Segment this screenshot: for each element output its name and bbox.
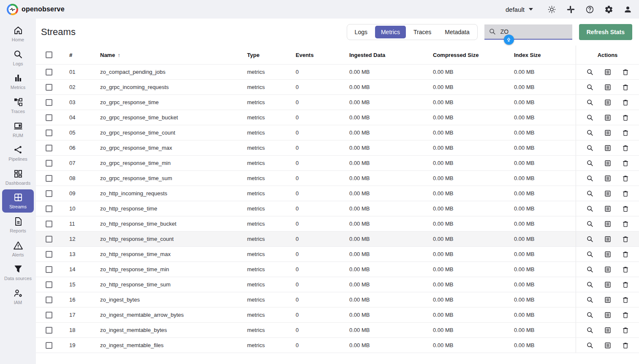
delete-stream-button[interactable] [622, 251, 629, 258]
column-header-index-size[interactable]: Index Size [504, 52, 576, 58]
explore-stream-button[interactable] [586, 311, 594, 319]
sidebar-item-iam[interactable]: IAM [2, 285, 34, 308]
explore-stream-button[interactable] [586, 84, 594, 91]
tab-metadata[interactable]: Metadata [439, 26, 475, 38]
stream-details-button[interactable] [604, 235, 612, 243]
delete-stream-button[interactable] [622, 144, 629, 152]
stream-details-button[interactable] [604, 175, 612, 182]
delete-stream-button[interactable] [622, 266, 629, 273]
explore-stream-button[interactable] [586, 342, 594, 349]
explore-stream-button[interactable] [586, 251, 594, 258]
stream-details-button[interactable] [604, 296, 612, 304]
sidebar-item-reports[interactable]: Reports [2, 213, 34, 237]
stream-details-button[interactable] [604, 266, 612, 273]
stream-details-button[interactable] [604, 205, 612, 213]
stream-details-button[interactable] [604, 342, 612, 349]
delete-stream-button[interactable] [622, 129, 629, 137]
row-checkbox[interactable] [46, 84, 52, 91]
sidebar-item-dashboards[interactable]: Dashboards [2, 166, 34, 189]
extension-badge-icon[interactable] [504, 35, 514, 45]
delete-stream-button[interactable] [622, 326, 629, 334]
row-checkbox[interactable] [46, 160, 52, 167]
explore-stream-button[interactable] [586, 326, 594, 334]
sidebar-item-traces[interactable]: Traces [2, 94, 34, 117]
sidebar-item-metrics[interactable]: Metrics [2, 70, 34, 93]
column-header-type[interactable]: Type [237, 52, 286, 58]
slack-icon[interactable] [566, 5, 575, 14]
user-icon[interactable] [623, 5, 632, 14]
explore-stream-button[interactable] [586, 235, 594, 243]
sidebar-item-logs[interactable]: Logs [2, 46, 34, 70]
delete-stream-button[interactable] [622, 68, 629, 76]
stream-details-button[interactable] [604, 281, 612, 289]
row-checkbox[interactable] [46, 236, 52, 243]
sidebar-item-pipelines[interactable]: Pipelines [2, 142, 34, 165]
stream-details-button[interactable] [604, 326, 612, 334]
row-checkbox[interactable] [46, 99, 52, 106]
column-header-compressed-size[interactable]: Compressed Size [423, 52, 504, 58]
explore-stream-button[interactable] [586, 175, 594, 182]
row-checkbox[interactable] [46, 205, 52, 212]
stream-details-button[interactable] [604, 129, 612, 137]
row-checkbox[interactable] [46, 145, 52, 151]
stream-details-button[interactable] [604, 220, 612, 228]
tab-metrics[interactable]: Metrics [375, 26, 406, 38]
delete-stream-button[interactable] [622, 99, 629, 106]
explore-stream-button[interactable] [586, 190, 594, 197]
delete-stream-button[interactable] [622, 175, 629, 182]
stream-details-button[interactable] [604, 99, 612, 106]
delete-stream-button[interactable] [622, 84, 629, 91]
delete-stream-button[interactable] [622, 159, 629, 167]
column-header-events[interactable]: Events [286, 52, 340, 58]
column-header-ingested-data[interactable]: Ingested Data [340, 52, 423, 58]
refresh-stats-button[interactable]: Refresh Stats [579, 24, 632, 40]
row-checkbox[interactable] [46, 221, 52, 227]
row-checkbox[interactable] [46, 69, 52, 75]
delete-stream-button[interactable] [622, 220, 629, 228]
settings-icon[interactable] [604, 5, 613, 14]
help-icon[interactable] [585, 5, 594, 14]
explore-stream-button[interactable] [586, 266, 594, 273]
stream-details-button[interactable] [604, 159, 612, 167]
stream-details-button[interactable] [604, 68, 612, 76]
delete-stream-button[interactable] [622, 205, 629, 213]
row-checkbox[interactable] [46, 327, 52, 334]
explore-stream-button[interactable] [586, 68, 594, 76]
theme-light-icon[interactable] [547, 5, 556, 14]
explore-stream-button[interactable] [586, 129, 594, 137]
sidebar-item-streams[interactable]: Streams [2, 189, 34, 213]
stream-details-button[interactable] [604, 114, 612, 121]
explore-stream-button[interactable] [586, 296, 594, 304]
explore-stream-button[interactable] [586, 99, 594, 106]
delete-stream-button[interactable] [622, 235, 629, 243]
row-checkbox[interactable] [46, 190, 52, 197]
delete-stream-button[interactable] [622, 190, 629, 197]
org-selector[interactable]: default [506, 6, 533, 13]
stream-details-button[interactable] [604, 144, 612, 152]
explore-stream-button[interactable] [586, 114, 594, 121]
explore-stream-button[interactable] [586, 281, 594, 289]
explore-stream-button[interactable] [586, 220, 594, 228]
row-checkbox[interactable] [46, 175, 52, 182]
row-checkbox[interactable] [46, 251, 52, 258]
row-checkbox[interactable] [46, 266, 52, 273]
select-all-checkbox[interactable] [46, 51, 52, 58]
explore-stream-button[interactable] [586, 144, 594, 152]
stream-details-button[interactable] [604, 84, 612, 91]
explore-stream-button[interactable] [586, 205, 594, 213]
sidebar-item-home[interactable]: Home [2, 22, 34, 46]
delete-stream-button[interactable] [622, 296, 629, 304]
row-checkbox[interactable] [46, 297, 52, 303]
tab-logs[interactable]: Logs [349, 26, 373, 38]
row-checkbox[interactable] [46, 129, 52, 136]
column-header-name[interactable]: Name [90, 52, 237, 58]
sidebar-item-data-sources[interactable]: Data sources [2, 261, 34, 284]
sidebar-item-rum[interactable]: RUM [2, 118, 34, 141]
row-checkbox[interactable] [46, 281, 52, 288]
row-checkbox[interactable] [46, 312, 52, 318]
stream-details-button[interactable] [604, 190, 612, 197]
stream-details-button[interactable] [604, 311, 612, 319]
delete-stream-button[interactable] [622, 342, 629, 349]
row-checkbox[interactable] [46, 114, 52, 121]
delete-stream-button[interactable] [622, 311, 629, 319]
